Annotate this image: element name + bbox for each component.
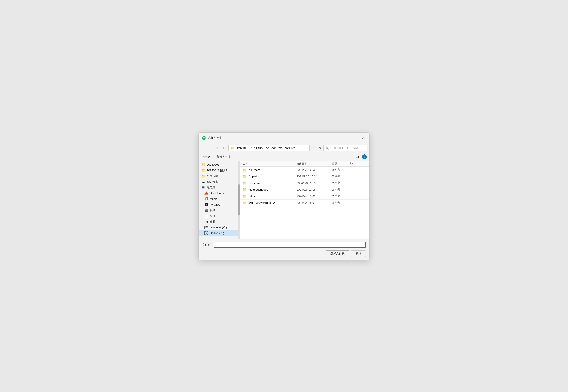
file-name-text-0: All Users xyxy=(249,168,260,171)
folder-label: 文件夹: xyxy=(202,243,211,247)
file-folder-icon-5: 📁 xyxy=(242,201,247,205)
table-row[interactable]: 📁 WMPF 2024/2/4 15:01 文件夹 xyxy=(240,193,369,200)
file-type-4: 文件夹 xyxy=(332,194,349,198)
search-icon: 🔍 xyxy=(325,146,329,150)
file-folder-icon-3: 📁 xyxy=(242,188,247,192)
up-button[interactable]: ↑ xyxy=(221,145,227,151)
table-row[interactable]: 📁 Applet 2024/8/20 15:24 文件夹 xyxy=(240,173,369,180)
action-toolbar: 组织▾ 新建文件夹 ≡▾ ? xyxy=(199,153,369,161)
breadcrumb[interactable]: 📁 › 此电脑 › DATA1 (D:) › WeChat › WeChat F… xyxy=(228,145,310,151)
sidebar-item-data1[interactable]: 💽 DATA1 (D:) xyxy=(199,230,240,236)
sidebar-label-20240801: 20240801 xyxy=(207,163,219,166)
sidebar-icon-图片压缩: 📁 xyxy=(201,174,205,178)
file-date-1: 2024/8/20 15:24 xyxy=(297,175,332,178)
sidebar-label-this-pc: 此电脑 xyxy=(207,186,215,190)
breadcrumb-icon: 📁 xyxy=(231,146,235,150)
file-type-0: 文件夹 xyxy=(332,168,349,172)
sidebar-icon-winc: 💾 xyxy=(204,225,208,229)
help-button[interactable]: ? xyxy=(362,154,367,159)
file-name-text-1: Applet xyxy=(249,175,257,178)
file-name-text-3: luoansheng002 xyxy=(249,188,268,191)
file-type-1: 文件夹 xyxy=(332,174,349,178)
sidebar-label-pictures: Pictures xyxy=(210,203,220,206)
organize-button[interactable]: 组织▾ xyxy=(201,154,213,159)
sidebar-label-video: 视频 xyxy=(210,208,215,212)
sidebar-icon-this-pc: 💻 xyxy=(201,186,205,190)
file-date-3: 2024/2/6 11:15 xyxy=(297,188,332,191)
titlebar: 选择文件夹 ✕ xyxy=(199,133,369,143)
sidebar-icon-huawei-cloud: ☁ xyxy=(201,180,205,184)
col-header-date[interactable]: 修改日期 xyxy=(297,162,332,166)
sidebar-item-desktop[interactable]: 🖥 桌面 xyxy=(199,219,240,225)
file-date-4: 2024/2/4 15:01 xyxy=(297,195,332,198)
sidebar-icon-downloads: 📥 xyxy=(204,191,208,195)
file-date-0: 2024/8/4 10:52 xyxy=(297,168,332,171)
file-name-text-2: Finderlive xyxy=(249,182,261,185)
sidebar-item-downloads[interactable]: 📥 Downloads xyxy=(199,190,240,196)
folder-input[interactable] xyxy=(214,242,366,248)
sidebar-item-20240801[interactable]: 📁 20240801 xyxy=(199,162,240,168)
sidebar-icon-docs: 📄 xyxy=(204,214,208,218)
sidebar-item-docs[interactable]: 📄 文档 xyxy=(199,213,240,219)
file-folder-icon-0: 📁 xyxy=(242,168,247,172)
breadcrumb-part-pc[interactable]: 此电脑 xyxy=(237,146,246,150)
select-folder-button[interactable]: 选择文件夹 xyxy=(326,250,349,257)
col-header-type[interactable]: 类型 xyxy=(332,162,349,166)
back-button[interactable]: ← xyxy=(201,145,207,151)
sidebar-item-图片压缩[interactable]: 📁 图片压缩 xyxy=(199,173,240,179)
table-row[interactable]: 📁 Finderlive 2024/2/6 11:15 文件夹 xyxy=(240,180,369,186)
sidebar-item-huawei-cloud[interactable]: ☁ 华为云盘 xyxy=(199,179,240,185)
col-header-name[interactable]: 名称 xyxy=(242,162,297,166)
forward-button[interactable]: → xyxy=(207,145,213,151)
file-type-5: 文件夹 xyxy=(332,201,349,205)
footer-buttons: 选择文件夹 取消 xyxy=(202,250,366,257)
sidebar-label-docs: 文档 xyxy=(210,214,215,218)
new-folder-button[interactable]: 新建文件夹 xyxy=(215,154,233,159)
sidebar-scrollbar[interactable] xyxy=(238,161,240,239)
sidebar-item-video[interactable]: 🎬 视频 xyxy=(199,208,240,213)
breadcrumb-dropdown-button[interactable]: ▾ xyxy=(312,145,316,151)
breadcrumb-part-wechatfiles[interactable]: WeChat Files xyxy=(278,146,295,150)
resize-handle[interactable]: ⊿ xyxy=(367,257,369,259)
file-folder-icon-1: 📁 xyxy=(242,174,247,179)
folder-input-row: 文件夹: xyxy=(202,242,366,248)
breadcrumb-part-d[interactable]: DATA1 (D:) xyxy=(248,146,263,150)
view-button[interactable]: ≡▾ xyxy=(354,154,361,159)
table-row[interactable]: 📁 wxid_vn7wxrjjqlde22 2024/2/4 15:01 文件夹 xyxy=(240,200,369,206)
file-name-5: 📁 wxid_vn7wxrjjqlde22 xyxy=(242,201,297,205)
sidebar-scrollbar-thumb xyxy=(238,184,240,215)
sidebar-item-music[interactable]: 🎵 Music xyxy=(199,196,240,202)
table-row[interactable]: 📁 All Users 2024/8/4 10:52 文件夹 xyxy=(240,167,369,173)
file-folder-icon-4: 📁 xyxy=(242,194,247,198)
file-type-2: 文件夹 xyxy=(332,181,349,185)
sidebar-item-winc[interactable]: 💾 Windows (C:) xyxy=(199,225,240,230)
breadcrumb-part-wechat[interactable]: WeChat xyxy=(265,146,276,150)
sidebar-icon-music: 🎵 xyxy=(204,197,208,201)
close-button[interactable]: ✕ xyxy=(360,135,366,141)
table-row[interactable]: 📁 luoansheng002 2024/2/6 11:15 文件夹 xyxy=(240,186,369,193)
sidebar-icon-pictures: 🖼 xyxy=(204,203,208,207)
file-name-4: 📁 WMPF xyxy=(242,194,297,198)
cancel-button[interactable]: 取消 xyxy=(351,250,366,257)
file-list-header: 名称 修改日期 类型 大小 xyxy=(240,161,369,167)
file-type-3: 文件夹 xyxy=(332,188,349,192)
dropdown-button[interactable]: ▾ xyxy=(214,145,220,151)
sidebar-item-pictures[interactable]: 🖼 Pictures xyxy=(199,202,240,208)
col-header-size[interactable]: 大小 xyxy=(349,162,367,166)
sidebar-icon-data1: 💽 xyxy=(204,231,208,235)
view-controls: ≡▾ ? xyxy=(354,154,367,159)
refresh-button[interactable]: ↻ xyxy=(317,145,323,151)
file-name-text-5: wxid_vn7wxrjjqlde22 xyxy=(249,201,275,204)
main-content: 📁 20240801 📁 20240821 图片2 📁 图片压缩 ☁ 华为云盘 … xyxy=(199,161,369,239)
file-name-3: 📁 luoansheng002 xyxy=(242,188,297,192)
sidebar-icon-desktop: 🖥 xyxy=(204,220,208,224)
file-date-2: 2024/2/6 11:15 xyxy=(297,182,332,185)
sidebar-icon-20240821: 📁 xyxy=(201,168,205,172)
sidebar-label-desktop: 桌面 xyxy=(210,220,215,224)
file-name-0: 📁 All Users xyxy=(242,168,297,172)
file-chooser-dialog: 选择文件夹 ✕ ← → ▾ ↑ 📁 › 此电脑 › DATA1 (D:) › W… xyxy=(198,132,370,260)
sidebar-item-20240821[interactable]: 📁 20240821 图片2 xyxy=(199,168,240,173)
file-folder-icon-2: 📁 xyxy=(242,181,247,185)
search-bar[interactable]: 🔍 在 WeChat Files 中搜索 xyxy=(323,145,367,151)
sidebar-item-this-pc[interactable]: 💻 此电脑 xyxy=(199,185,240,190)
